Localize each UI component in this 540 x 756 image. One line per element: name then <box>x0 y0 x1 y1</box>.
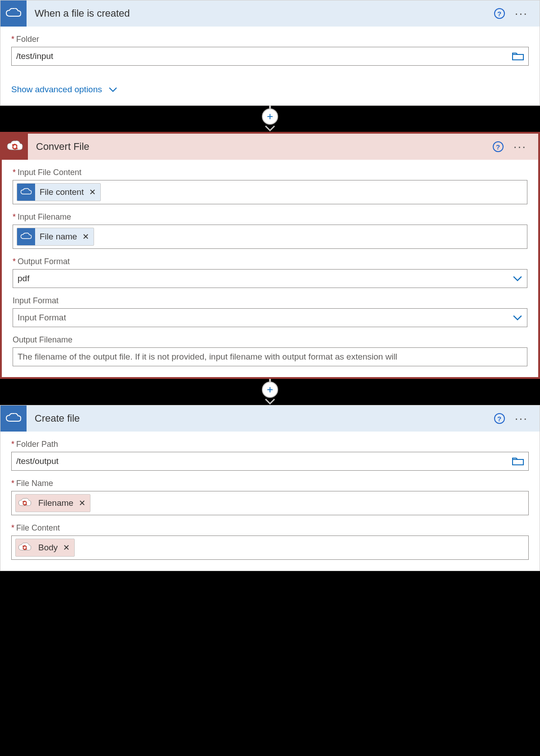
token-remove-icon[interactable]: ✕ <box>81 232 94 242</box>
step-when-file-created: When a file is created ? ··· *Folder /te… <box>0 0 540 106</box>
input-filename-input[interactable]: File name ✕ <box>13 225 527 249</box>
help-icon[interactable]: ? <box>494 413 505 424</box>
field-output-filename: Output Filename The filename of the outp… <box>13 335 527 366</box>
cloudmersive-icon <box>16 494 34 512</box>
more-icon[interactable]: ··· <box>512 10 531 17</box>
folder-path-value: /test/output <box>16 456 508 466</box>
field-label: *Input File Content <box>13 168 527 177</box>
card-title: When a file is created <box>27 8 494 19</box>
input-file-content-input[interactable]: File content ✕ <box>13 180 527 204</box>
cloudmersive-icon <box>2 134 28 160</box>
input-format-select[interactable]: Input Format <box>13 308 527 327</box>
step-create-file: Create file ? ··· *Folder Path /test/out… <box>0 405 540 571</box>
folder-path-input[interactable]: /test/output <box>11 452 529 471</box>
show-advanced-options-link[interactable]: Show advanced options <box>11 85 117 94</box>
token-remove-icon[interactable]: ✕ <box>88 187 100 197</box>
output-filename-placeholder: The filename of the output file. If it i… <box>18 352 522 362</box>
field-file-name: *File Name Filename ✕ <box>11 479 529 515</box>
field-file-content: *File Content Body ✕ <box>11 523 529 560</box>
onedrive-icon <box>17 228 35 246</box>
field-label: *Folder Path <box>11 440 529 449</box>
step-convert-file: Convert File ? ··· *Input File Content F… <box>0 132 540 379</box>
field-folder-path: *Folder Path /test/output <box>11 440 529 471</box>
card-title: Create file <box>27 413 494 424</box>
field-label: *Output Format <box>13 257 527 266</box>
card-body: *Folder /test/input Show advanced option… <box>0 27 540 105</box>
field-label: *Folder <box>11 35 529 44</box>
field-input-file-content: *Input File Content File content ✕ <box>13 168 527 204</box>
chevron-down-icon <box>108 87 117 92</box>
onedrive-icon <box>0 405 27 432</box>
card-body: *Folder Path /test/output *File Name <box>0 432 540 571</box>
card-title: Convert File <box>28 141 493 153</box>
add-step-button[interactable]: + <box>262 382 278 398</box>
help-icon[interactable]: ? <box>494 8 505 19</box>
field-label: *File Name <box>11 479 529 488</box>
output-format-select[interactable]: pdf <box>13 269 527 288</box>
card-body: *Input File Content File content ✕ *Inpu… <box>2 160 538 377</box>
token-remove-icon[interactable]: ✕ <box>78 498 90 508</box>
connector: + <box>0 106 540 132</box>
folder-input[interactable]: /test/input <box>11 47 529 66</box>
field-input-format: Input Format Input Format <box>13 296 527 327</box>
cloudmersive-icon <box>16 539 34 557</box>
onedrive-icon <box>17 183 35 201</box>
onedrive-icon <box>0 0 27 27</box>
field-input-filename: *Input Filename File name ✕ <box>13 212 527 249</box>
field-output-format: *Output Format pdf <box>13 257 527 288</box>
output-format-value: pdf <box>18 274 509 284</box>
folder-picker-icon[interactable] <box>508 457 524 466</box>
field-label: *File Content <box>11 523 529 533</box>
field-folder: *Folder /test/input <box>11 35 529 66</box>
token-label: Body <box>34 543 62 553</box>
token-label: File content <box>35 187 88 197</box>
token-filename[interactable]: Filename ✕ <box>15 494 90 512</box>
token-file-name[interactable]: File name ✕ <box>17 228 94 246</box>
card-header[interactable]: When a file is created ? ··· <box>0 0 540 27</box>
card-header[interactable]: Create file ? ··· <box>0 405 540 432</box>
folder-picker-icon[interactable] <box>508 52 524 61</box>
field-label: *Input Filename <box>13 212 527 222</box>
chevron-down-icon <box>509 275 522 282</box>
card-header[interactable]: Convert File ? ··· <box>2 134 538 160</box>
file-content-input[interactable]: Body ✕ <box>11 536 529 560</box>
output-filename-input[interactable]: The filename of the output file. If it i… <box>13 347 527 366</box>
add-step-button[interactable]: + <box>262 108 278 125</box>
input-format-placeholder: Input Format <box>18 313 509 323</box>
arrow-down-icon <box>264 398 276 405</box>
token-body[interactable]: Body ✕ <box>15 539 75 557</box>
token-file-content[interactable]: File content ✕ <box>17 183 101 201</box>
arrow-down-icon <box>264 125 276 132</box>
more-icon[interactable]: ··· <box>512 415 531 422</box>
advanced-label: Show advanced options <box>11 85 102 94</box>
token-remove-icon[interactable]: ✕ <box>62 543 74 553</box>
token-label: Filename <box>34 498 78 508</box>
more-icon[interactable]: ··· <box>511 144 529 150</box>
help-icon[interactable]: ? <box>493 141 504 152</box>
connector: + <box>0 379 540 405</box>
chevron-down-icon <box>509 315 522 321</box>
field-label: Output Filename <box>13 335 527 345</box>
field-label: Input Format <box>13 296 527 306</box>
token-label: File name <box>35 232 81 242</box>
file-name-input[interactable]: Filename ✕ <box>11 491 529 515</box>
folder-value: /test/input <box>16 51 508 61</box>
